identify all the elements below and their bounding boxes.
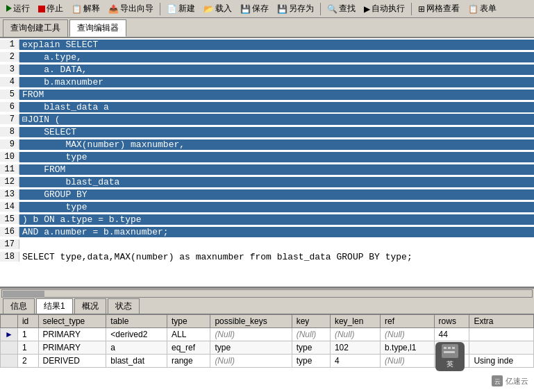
cell-key: (Null) <box>292 328 330 341</box>
cell-id: 2 <box>17 355 38 368</box>
run-label: 运行 <box>13 3 30 15</box>
line-content: a. DATA, <box>19 65 534 75</box>
cell-key: type <box>292 355 330 368</box>
find-icon: 🔍 <box>327 4 337 14</box>
form-icon: 📋 <box>468 4 478 14</box>
cell-table: <derived2 <box>106 328 167 341</box>
line-number: 15 <box>0 214 19 224</box>
save-button[interactable]: 💾 保存 <box>237 1 272 16</box>
tab-query-builder[interactable]: 查询创建工具 <box>3 19 68 37</box>
line-content: GROUP BY <box>19 189 534 200</box>
line-number: 17 <box>0 239 19 249</box>
line-number: 4 <box>0 77 19 87</box>
line-content: a.type, <box>19 52 534 62</box>
col-header-id: id <box>17 315 38 328</box>
line-number: 16 <box>0 227 19 237</box>
table-row[interactable]: ►1PRIMARY<derived2ALL(Null)(Null)(Null)(… <box>1 328 534 341</box>
line-number: 8 <box>0 127 19 137</box>
line-number: 12 <box>0 177 19 187</box>
grid-button[interactable]: ⊞ 网格查看 <box>415 1 463 16</box>
scrollbar-thumb[interactable] <box>3 291 44 298</box>
separator-3 <box>411 3 412 15</box>
code-line-12: 12 blast_data <box>0 176 534 188</box>
line-number: 14 <box>0 202 19 212</box>
stop-icon <box>38 6 45 12</box>
line-number: 9 <box>0 139 19 149</box>
svg-text:云: 云 <box>494 378 501 385</box>
line-content: AND a.number = b.maxnumber; <box>19 227 534 237</box>
cell-extra <box>469 328 534 341</box>
code-line-9: 9 MAX(number) maxnumber, <box>0 138 534 151</box>
tab-status[interactable]: 状态 <box>108 298 140 314</box>
main-toolbar: 运行 停止 📋 解释 📤 导出向导 📄 新建 📂 载入 💾 保存 💾 另存为 🔍… <box>0 0 534 18</box>
auto-button[interactable]: ▶ 自动执行 <box>360 1 408 16</box>
auto-icon: ▶ <box>364 4 370 14</box>
code-lines: 1explain SELECT2 a.type,3 a. DATA,4 b.ma… <box>0 38 534 263</box>
saveas-label: 另存为 <box>289 3 314 15</box>
stop-label: 停止 <box>47 3 63 15</box>
grid-icon: ⊞ <box>418 4 425 14</box>
export-icon: 📤 <box>108 4 119 14</box>
grid-label: 网格查看 <box>426 3 460 15</box>
line-content: type <box>19 202 534 212</box>
code-line-18: 18SELECT type,data,MAX(number) as maxnum… <box>0 250 534 263</box>
export-button[interactable]: 📤 导出向导 <box>105 1 157 16</box>
tab-info[interactable]: 信息 <box>3 298 35 314</box>
horizontal-scrollbar[interactable] <box>0 288 534 298</box>
line-content: MAX(number) maxnumber, <box>19 139 534 150</box>
find-button[interactable]: 🔍 查找 <box>324 1 359 16</box>
new-label: 新建 <box>178 3 195 15</box>
new-button[interactable]: 📄 新建 <box>163 1 199 16</box>
cell-extra <box>469 341 534 355</box>
form-button[interactable]: 📋 表单 <box>465 1 500 16</box>
col-header-rows: rows <box>434 315 469 328</box>
watermark-text: 亿速云 <box>506 376 528 386</box>
cell-possible_keys: (Null) <box>210 355 292 368</box>
run-button[interactable]: 运行 <box>3 1 33 16</box>
save-icon: 💾 <box>240 4 251 14</box>
line-number: 5 <box>0 90 19 99</box>
tab-query-editor[interactable]: 查询编辑器 <box>69 19 126 37</box>
line-content: ⊟JOIN ( <box>19 114 534 125</box>
code-line-2: 2 a.type, <box>0 51 534 63</box>
saveas-button[interactable]: 💾 另存为 <box>274 1 317 16</box>
line-number: 6 <box>0 102 19 112</box>
line-number: 3 <box>0 65 19 74</box>
line-number: 7 <box>0 114 19 124</box>
code-line-13: 13 GROUP BY <box>0 188 534 201</box>
col-header-Extra: Extra <box>469 315 534 328</box>
cell-select_type: PRIMARY <box>38 328 106 341</box>
code-line-17: 17 <box>0 238 534 250</box>
col-header-select_type: select_type <box>38 315 106 328</box>
watermark: 云 亿速云 <box>492 375 528 386</box>
export-label: 导出向导 <box>120 3 153 15</box>
load-button[interactable]: 📂 载入 <box>200 1 235 16</box>
tab-overview[interactable]: 概况 <box>74 298 106 314</box>
cell-type: ALL <box>167 328 210 341</box>
cell-possible_keys: (Null) <box>210 328 292 341</box>
line-number: 1 <box>0 40 19 49</box>
scrollbar-track[interactable] <box>1 289 533 298</box>
cell-table: blast_dat <box>106 355 167 368</box>
main-content: 1explain SELECT2 a.type,3 a. DATA,4 b.ma… <box>0 38 534 392</box>
cell-rows: 44 <box>434 328 469 341</box>
editor-area[interactable]: 1explain SELECT2 a.type,3 a. DATA,4 b.ma… <box>0 38 534 288</box>
line-content: blast_data a <box>19 102 534 112</box>
line-number: 18 <box>0 252 19 262</box>
line-content: explain SELECT <box>19 40 534 50</box>
cell-id: 1 <box>17 328 38 341</box>
explain-button[interactable]: 📋 解释 <box>68 1 103 16</box>
line-content: type <box>19 152 534 162</box>
code-line-10: 10 type <box>0 151 534 163</box>
cell-id: 1 <box>17 341 38 355</box>
line-number: 11 <box>0 164 19 174</box>
col-header-table: table <box>106 315 167 328</box>
line-content: blast_data <box>19 177 534 187</box>
tab-results[interactable]: 结果1 <box>36 298 73 314</box>
code-line-14: 14 type <box>0 201 534 213</box>
ime-label: 英 <box>447 359 453 369</box>
ime-button[interactable]: 英 <box>435 342 465 371</box>
cell-ref: (Null) <box>381 355 434 368</box>
cell-key_len: (Null) <box>330 328 380 341</box>
stop-button[interactable]: 停止 <box>35 1 67 16</box>
